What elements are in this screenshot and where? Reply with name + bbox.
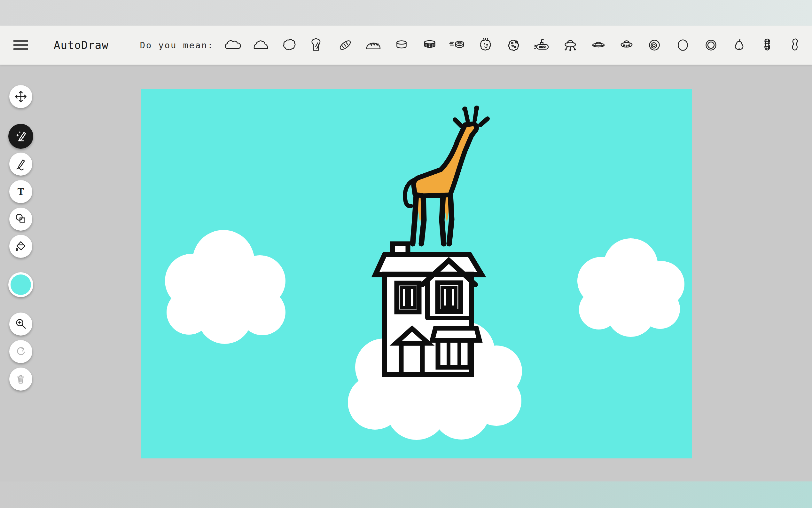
tool-select-move-button[interactable] [9,85,32,108]
tool-auto-draw-button[interactable] [8,124,33,149]
suggestion-cloud-puffy-icon[interactable] [280,37,298,53]
top-bar: AutoDraw Do you mean: [0,26,812,65]
tool-type-text-button[interactable]: T [9,180,32,203]
suggestion-ufo-legs-icon[interactable] [561,37,580,53]
tool-zoom-magnifier-button[interactable] [9,312,32,336]
tool-color-swatch-button[interactable] [8,272,33,297]
suggestion-peanut-icon[interactable] [786,37,805,53]
tool-undo-button[interactable] [9,340,32,363]
suggestion-concentric-rings-icon[interactable] [646,37,664,53]
tool-palette: T [8,85,33,391]
window-top-margin [0,0,812,26]
tool-shape-button[interactable] [9,208,32,230]
suggestion-egg-icon[interactable] [674,37,692,53]
suggestion-toast-icon[interactable] [308,37,326,53]
suggestion-peanut-shell-icon[interactable] [758,37,776,53]
selected-color-swatch [10,274,31,295]
window-bottom-margin [0,481,812,508]
suggestion-monster-hairy-icon[interactable] [477,37,495,53]
suggestion-cloud-icon[interactable] [224,37,242,53]
svg-text:T: T [17,186,24,197]
suggestion-woven-cake-icon[interactable] [420,37,439,53]
drawing-canvas[interactable] [141,89,692,458]
suggestion-bread-loaf-icon[interactable] [364,37,383,53]
canvas-scene [141,89,692,458]
suggestion-submarine-icon[interactable] [533,37,552,53]
suggestion-pear-icon[interactable] [730,37,748,53]
hamburger-menu-icon[interactable] [13,40,28,50]
suggestion-cloud-flat-icon[interactable] [252,37,270,53]
do-you-mean-label: Do you mean: [140,40,214,50]
suggestion-flying-donut-icon[interactable] [448,37,467,53]
house-drawing [375,244,482,374]
tool-trash-button[interactable] [9,368,32,391]
suggestion-flying-saucer-icon[interactable] [589,37,608,53]
suggestion-baguette-icon[interactable] [336,37,354,53]
suggestion-ring-icon[interactable] [702,37,720,53]
suggestion-row [224,37,812,53]
suggestion-ufo-portholes-icon[interactable] [617,37,636,53]
tool-fill-bucket-button[interactable] [9,235,32,258]
tool-draw-pencil-button[interactable] [9,153,32,176]
app-title: AutoDraw [54,39,109,51]
suggestion-cake-icon[interactable] [392,37,411,53]
suggestion-monster-spotted-icon[interactable] [505,37,523,53]
